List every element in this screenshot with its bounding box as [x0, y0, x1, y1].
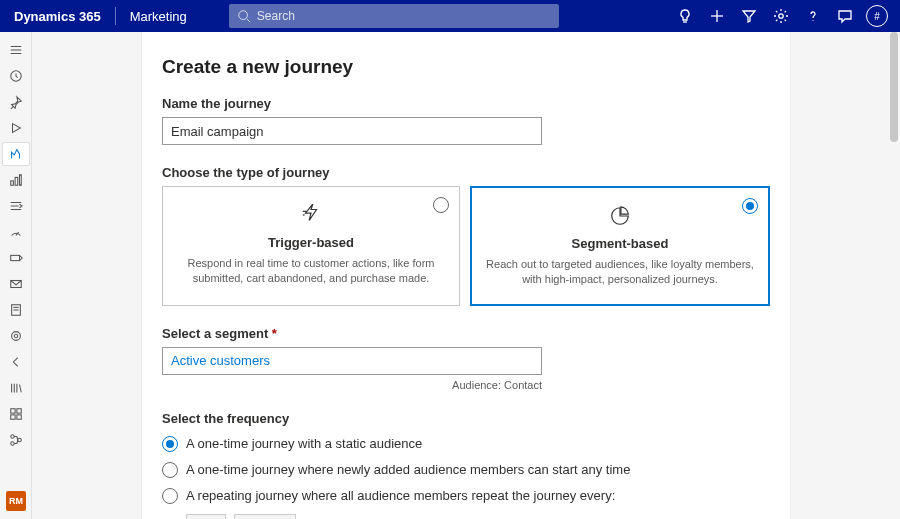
rail-recent-icon[interactable]	[2, 64, 30, 88]
rail-target-icon[interactable]	[2, 324, 30, 348]
rail-journeys-icon[interactable]	[2, 142, 30, 166]
repeat-unit-select: days	[234, 514, 296, 519]
freq-option-static[interactable]: A one-time journey with a static audienc…	[162, 436, 770, 452]
rail-mail-icon[interactable]	[2, 272, 30, 296]
svg-rect-15	[10, 255, 19, 260]
segment-input[interactable]	[162, 347, 542, 375]
global-search[interactable]	[229, 4, 559, 28]
svg-rect-29	[16, 415, 20, 419]
repeat-count-input	[186, 514, 226, 519]
svg-point-20	[11, 332, 20, 341]
rail-menu-icon[interactable]	[2, 38, 30, 62]
rail-send-icon[interactable]	[2, 194, 30, 218]
journey-type-trigger[interactable]: Trigger-based Respond in real time to cu…	[162, 186, 460, 306]
app-name[interactable]: Marketing	[116, 9, 201, 24]
rail-pin-icon[interactable]	[2, 90, 30, 114]
rail-play-icon[interactable]	[2, 116, 30, 140]
svg-point-21	[14, 334, 18, 338]
svg-point-5	[779, 14, 783, 18]
page-title: Create a new journey	[162, 56, 770, 78]
journey-name-input[interactable]	[162, 117, 542, 145]
header-actions: #	[670, 0, 900, 32]
rail-flow-icon[interactable]	[2, 428, 30, 452]
radio-indicator	[162, 436, 178, 452]
app-header: Dynamics 365 Marketing #	[0, 0, 900, 32]
rail-library-icon[interactable]	[2, 376, 30, 400]
radio-label: A one-time journey with a static audienc…	[186, 436, 422, 451]
left-nav-rail: RM	[0, 32, 32, 519]
radio-label: A repeating journey where all audience m…	[186, 488, 615, 503]
radio-indicator	[162, 462, 178, 478]
card-title: Trigger-based	[177, 235, 445, 250]
name-label: Name the journey	[162, 96, 770, 111]
svg-point-30	[10, 435, 14, 439]
rail-template-icon[interactable]	[2, 298, 30, 322]
lightbulb-icon[interactable]	[670, 0, 700, 32]
rail-app-badge[interactable]: RM	[6, 491, 26, 511]
help-icon[interactable]	[798, 0, 828, 32]
filter-icon[interactable]	[734, 0, 764, 32]
card-desc: Respond in real time to customer actions…	[177, 256, 445, 287]
type-label: Choose the type of journey	[162, 165, 770, 180]
lightning-icon	[300, 204, 322, 226]
radio-label: A one-time journey where newly added aud…	[186, 462, 630, 477]
segment-hint: Audience: Contact	[162, 379, 542, 391]
journey-type-segment[interactable]: Segment-based Reach out to targeted audi…	[470, 186, 770, 306]
svg-point-0	[239, 11, 248, 20]
chat-icon[interactable]	[830, 0, 860, 32]
svg-rect-11	[10, 181, 13, 185]
svg-point-32	[17, 438, 21, 442]
rail-label-icon[interactable]	[2, 246, 30, 270]
freq-option-anytime[interactable]: A one-time journey where newly added aud…	[162, 462, 770, 478]
rail-back-icon[interactable]	[2, 350, 30, 374]
stage: Create a new journey Name the journey Ch…	[32, 32, 900, 519]
radio-indicator	[162, 488, 178, 504]
pie-icon	[609, 205, 631, 227]
search-input[interactable]	[257, 9, 551, 23]
frequency-label: Select the frequency	[162, 411, 770, 426]
scrollbar-thumb[interactable]	[890, 32, 898, 142]
create-journey-panel: Create a new journey Name the journey Ch…	[141, 32, 791, 519]
svg-rect-27	[16, 409, 20, 413]
rail-grid-icon[interactable]	[2, 402, 30, 426]
rail-gauge-icon[interactable]	[2, 220, 30, 244]
rail-analytics-icon[interactable]	[2, 168, 30, 192]
radio-indicator	[433, 197, 449, 213]
brand[interactable]: Dynamics 365	[0, 9, 115, 24]
svg-rect-13	[19, 175, 21, 186]
svg-rect-12	[15, 177, 18, 185]
card-desc: Reach out to targeted audiences, like lo…	[486, 257, 754, 288]
freq-option-repeat[interactable]: A repeating journey where all audience m…	[162, 488, 770, 504]
svg-rect-28	[10, 415, 14, 419]
svg-rect-26	[10, 409, 14, 413]
segment-label: Select a segment *	[162, 326, 770, 341]
avatar[interactable]: #	[862, 0, 892, 32]
radio-indicator	[742, 198, 758, 214]
gear-icon[interactable]	[766, 0, 796, 32]
search-icon	[237, 9, 251, 23]
svg-line-25	[19, 385, 21, 393]
svg-point-6	[812, 20, 813, 21]
card-title: Segment-based	[486, 236, 754, 251]
svg-point-31	[10, 442, 14, 446]
svg-line-1	[246, 19, 250, 23]
required-star: *	[272, 326, 277, 341]
plus-icon[interactable]	[702, 0, 732, 32]
